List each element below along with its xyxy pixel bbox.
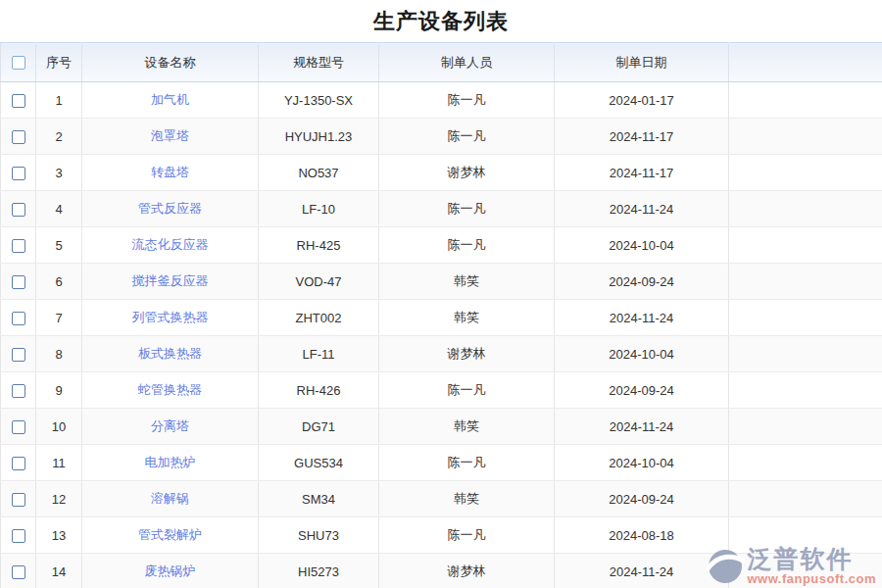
cell-date: 2024-09-24 [555,264,729,300]
row-checkbox[interactable] [12,94,25,108]
cell-empty [729,227,882,264]
row-checkbox[interactable] [12,420,25,434]
equipment-name-cell: 管式反应器 [82,191,259,227]
row-checkbox[interactable] [12,457,25,470]
equipment-name-link[interactable]: 电加热炉 [145,455,196,469]
cell-person: 韩笑 [379,409,555,445]
row-checkbox[interactable] [12,565,25,579]
cell-empty [729,445,882,481]
column-header-person: 制单人员 [379,43,555,82]
cell-empty [729,82,882,119]
cell-spec: VOD-47 [259,264,379,300]
row-checkbox[interactable] [12,167,25,180]
cell-empty [729,264,882,300]
cell-empty [729,481,882,517]
equipment-name-link[interactable]: 泡罩塔 [151,128,189,143]
equipment-name-link[interactable]: 板式换热器 [138,346,202,361]
row-checkbox-cell [1,227,36,264]
row-checkbox-cell [1,155,36,191]
cell-num: 10 [36,409,82,445]
equipment-name-link[interactable]: 管式反应器 [138,201,202,216]
equipment-name-link[interactable]: 加气机 [151,92,189,107]
select-all-checkbox[interactable] [12,56,25,70]
cell-num: 3 [36,155,82,191]
cell-spec: RH-426 [259,372,379,409]
row-checkbox[interactable] [12,130,25,144]
equipment-name-cell: 流态化反应器 [82,227,259,264]
table-row: 10分离塔DG71韩笑2024-11-24 [1,409,882,445]
cell-num: 12 [36,481,82,517]
page-title: 生产设备列表 [0,0,882,42]
cell-date: 2024-11-24 [555,191,729,227]
cell-empty [729,336,882,372]
cell-date: 2024-11-24 [555,554,729,588]
row-checkbox[interactable] [12,203,25,217]
row-checkbox[interactable] [12,348,25,362]
row-checkbox[interactable] [12,384,25,398]
equipment-name-link[interactable]: 搅拌釜反应器 [132,273,209,288]
row-checkbox-cell [1,517,36,554]
row-checkbox-cell [1,264,36,300]
cell-spec: DG71 [259,409,379,445]
cell-num: 11 [36,445,82,481]
cell-empty [729,409,882,445]
equipment-name-cell: 电加热炉 [82,445,259,481]
table-row: 7列管式换热器ZHT002韩笑2024-11-24 [1,300,882,336]
equipment-name-cell: 泡罩塔 [82,119,259,155]
equipment-name-link[interactable]: 转盘塔 [151,165,189,179]
cell-num: 8 [36,336,82,372]
equipment-name-cell: 加气机 [82,82,259,119]
equipment-table: 序号 设备名称 规格型号 制单人员 制单日期 1加气机YJ-1350-SX陈一凡… [0,42,882,588]
cell-num: 1 [36,82,82,119]
equipment-name-link[interactable]: 流态化反应器 [132,237,209,252]
cell-num: 7 [36,300,82,336]
table-row: 2泡罩塔HYUJH1.23陈一凡2024-11-17 [1,119,882,155]
table-row: 13管式裂解炉SHU73陈一凡2024-08-18 [1,517,882,554]
equipment-name-cell: 转盘塔 [82,155,259,191]
cell-empty [729,155,882,191]
row-checkbox[interactable] [12,312,25,325]
row-checkbox-cell [1,554,36,588]
equipment-name-link[interactable]: 管式裂解炉 [138,527,202,542]
table-row: 4管式反应器LF-10陈一凡2024-11-24 [1,191,882,227]
cell-spec: RH-425 [259,227,379,264]
equipment-name-cell: 分离塔 [82,409,259,445]
row-checkbox-cell [1,119,36,155]
equipment-name-cell: 板式换热器 [82,336,259,372]
equipment-table-body: 1加气机YJ-1350-SX陈一凡2024-01-172泡罩塔HYUJH1.23… [1,82,882,588]
equipment-name-link[interactable]: 溶解锅 [151,491,189,506]
cell-spec: HYUJH1.23 [259,119,379,155]
cell-person: 陈一凡 [379,119,555,155]
row-checkbox[interactable] [12,275,25,289]
cell-spec: SHU73 [259,517,379,554]
equipment-name-link[interactable]: 分离塔 [151,418,189,433]
cell-date: 2024-11-17 [555,119,729,155]
equipment-name-link[interactable]: 列管式换热器 [132,310,209,324]
equipment-name-link[interactable]: 废热锅炉 [145,564,196,578]
cell-spec: LF-11 [259,336,379,372]
row-checkbox[interactable] [12,493,25,507]
column-header-spec: 规格型号 [259,43,379,82]
table-row: 6搅拌釜反应器VOD-47韩笑2024-09-24 [1,264,882,300]
row-checkbox[interactable] [12,239,25,253]
cell-spec: ZHT002 [259,300,379,336]
table-row: 3转盘塔NO537谢梦林2024-11-17 [1,155,882,191]
cell-date: 2024-11-24 [555,409,729,445]
table-row: 9蛇管换热器RH-426陈一凡2024-09-24 [1,372,882,409]
row-checkbox[interactable] [12,529,25,543]
table-header-row: 序号 设备名称 规格型号 制单人员 制单日期 [1,43,882,82]
cell-spec: GUS534 [259,445,379,481]
cell-date: 2024-09-24 [555,481,729,517]
equipment-name-cell: 废热锅炉 [82,554,259,588]
column-header-date: 制单日期 [555,43,729,82]
column-header-name: 设备名称 [82,43,259,82]
row-checkbox-cell [1,300,36,336]
column-header-num: 序号 [36,43,82,82]
row-checkbox-cell [1,191,36,227]
cell-person: 陈一凡 [379,227,555,264]
row-checkbox-cell [1,445,36,481]
equipment-name-link[interactable]: 蛇管换热器 [138,382,202,397]
cell-num: 4 [36,191,82,227]
cell-spec: HI5273 [259,554,379,588]
table-row: 12溶解锅SM34韩笑2024-09-24 [1,481,882,517]
